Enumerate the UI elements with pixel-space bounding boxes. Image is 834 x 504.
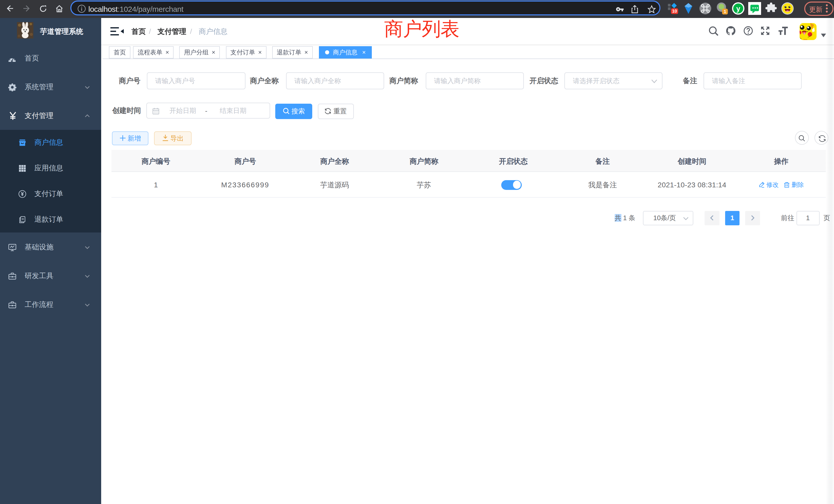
svg-text:y: y — [736, 5, 740, 13]
svg-text:10: 10 — [672, 8, 677, 14]
svg-text:1: 1 — [724, 9, 726, 14]
